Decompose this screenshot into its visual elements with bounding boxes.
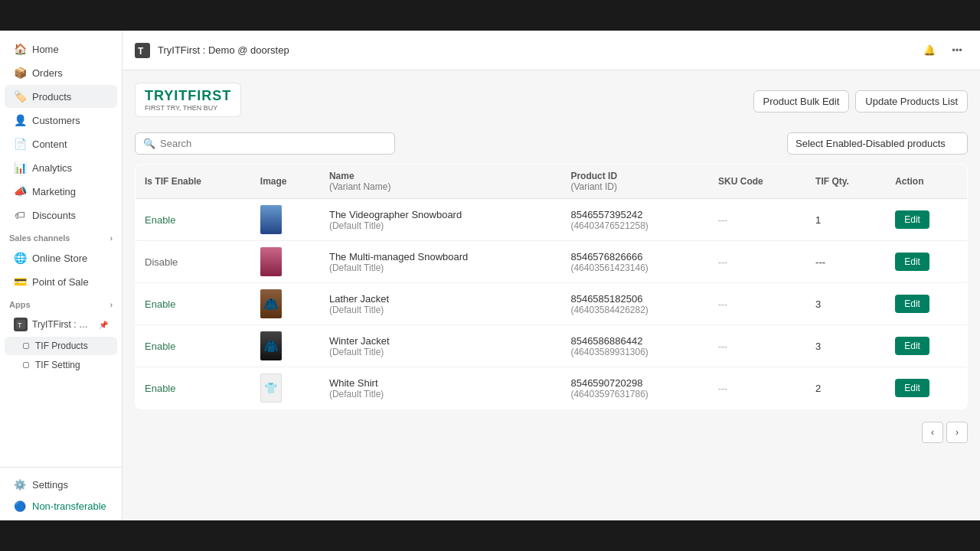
- sub-item-dot: [23, 343, 29, 349]
- main-content: T TryITFirst : Demo @ doorstep 🔔 •••: [122, 31, 980, 520]
- tif-qty-value: 1: [815, 214, 821, 226]
- svg-text:T: T: [18, 321, 22, 329]
- cell-sku: ---: [709, 283, 806, 325]
- sidebar-item-content[interactable]: 📄 Content: [5, 132, 117, 155]
- sidebar-sub-item-tif-products[interactable]: TIF Products: [5, 337, 117, 355]
- cell-name: The Multi-managed Snowboard (Default Tit…: [320, 241, 561, 283]
- product-name: The Multi-managed Snowboard: [329, 251, 552, 262]
- tif-qty-value: 3: [815, 298, 821, 310]
- sidebar-item-online-store[interactable]: 🌐 Online Store: [5, 246, 117, 269]
- sidebar-item-point-of-sale[interactable]: 💳 Point of Sale: [5, 270, 117, 293]
- sidebar-item-orders[interactable]: 📦 Orders: [5, 61, 117, 84]
- search-input[interactable]: [160, 138, 387, 149]
- cell-image: 🧥: [251, 283, 320, 325]
- update-products-list-button[interactable]: Update Products List: [855, 90, 968, 112]
- sidebar-item-marketing[interactable]: 📣 Marketing: [5, 180, 117, 203]
- cell-tif-qty: 1: [806, 199, 886, 241]
- next-page-button[interactable]: ›: [946, 422, 968, 443]
- col-name: Name(Variant Name): [320, 165, 561, 199]
- prev-page-button[interactable]: ‹: [922, 422, 943, 443]
- edit-button[interactable]: Edit: [895, 379, 929, 397]
- status-badge: Enable: [145, 341, 175, 352]
- sales-channels-section: Sales channels ›: [0, 227, 122, 246]
- cell-image: [251, 199, 320, 241]
- cell-name: White Shirt (Default Title): [320, 367, 561, 409]
- edit-button[interactable]: Edit: [895, 253, 929, 271]
- header-left: T TryITFirst : Demo @ doorstep: [135, 43, 289, 58]
- status-badge: Enable: [145, 383, 175, 394]
- sidebar-settings[interactable]: ⚙️ Settings: [5, 474, 117, 495]
- header-right: 🔔 •••: [919, 40, 968, 61]
- edit-button[interactable]: Edit: [895, 210, 929, 229]
- app-icon: T: [14, 318, 28, 331]
- col-action: Action: [886, 165, 967, 199]
- cell-sku: ---: [709, 367, 806, 409]
- variant-id: (46403584426282): [570, 305, 700, 315]
- logo-text-sub: FIRST TRY, THEN BUY: [145, 104, 231, 112]
- sidebar-item-discounts[interactable]: 🏷 Discounts: [5, 204, 117, 227]
- logo-area: TRYITFIRST FIRST TRY, THEN BUY: [135, 83, 241, 117]
- logo: TRYITFIRST FIRST TRY, THEN BUY: [145, 88, 231, 112]
- sidebar-item-label: Marketing: [32, 186, 76, 197]
- apps-expand-icon: ›: [110, 301, 113, 309]
- marketing-icon: 📣: [14, 185, 26, 197]
- sidebar-item-products[interactable]: 🏷️ Products: [5, 85, 117, 108]
- sidebar-item-home[interactable]: 🏠 Home: [5, 37, 117, 60]
- cell-product-id: 8546585182506 (46403584426282): [561, 283, 709, 325]
- sku-value: ---: [718, 341, 727, 352]
- col-product-id: Product ID(Variant ID): [561, 165, 709, 199]
- content-header: T TryITFirst : Demo @ doorstep 🔔 •••: [122, 31, 980, 70]
- product-id: 8546590720298: [570, 377, 700, 389]
- col-sku-code: SKU Code: [709, 165, 806, 199]
- non-transferable-label: Non-transferable: [32, 500, 106, 512]
- bell-icon-btn[interactable]: 🔔: [919, 40, 940, 61]
- product-bulk-edit-button[interactable]: Product Bulk Edit: [753, 90, 850, 112]
- col-is-tif-enable: Is TIF Enable: [136, 165, 251, 199]
- table-row: Enable 👕 White Shirt (Default Title) 854…: [136, 367, 968, 409]
- app-item-label: TryITFirst : Demo @ d...: [32, 319, 94, 330]
- cell-sku: ---: [709, 241, 806, 283]
- sidebar-item-label: Orders: [32, 67, 63, 79]
- app-pin-icon: 📌: [99, 321, 108, 329]
- cell-action: Edit: [886, 325, 967, 367]
- sidebar-non-transferable[interactable]: 🔵 Non-transferable: [5, 496, 117, 517]
- logo-text-main: TRYITFIRST: [145, 88, 231, 104]
- search-box[interactable]: 🔍: [135, 132, 395, 155]
- sidebar: 🏠 Home 📦 Orders 🏷️ Products 👤 Customers …: [0, 31, 122, 520]
- top-bar: [0, 0, 980, 31]
- sku-value: ---: [718, 215, 727, 226]
- table-row: Disable The Multi-managed Snowboard (Def…: [136, 241, 968, 283]
- product-name: Winter Jacket: [329, 335, 552, 347]
- app-tryitfirst[interactable]: T TryITFirst : Demo @ d... 📌: [5, 313, 117, 336]
- edit-button[interactable]: Edit: [895, 295, 929, 313]
- sidebar-item-customers[interactable]: 👤 Customers: [5, 109, 117, 132]
- sidebar-item-label: Point of Sale: [32, 276, 89, 288]
- col-tif-qty: TIF Qty.: [806, 165, 886, 199]
- svg-text:T: T: [138, 46, 144, 57]
- cell-tif-qty: 2: [806, 367, 886, 409]
- variant-name: (Default Title): [329, 305, 552, 315]
- cell-action: Edit: [886, 367, 967, 409]
- filter-dropdown[interactable]: Select Enabled-Disabled products Enable …: [787, 132, 968, 155]
- cell-status: Enable: [136, 199, 251, 241]
- settings-icon: ⚙️: [14, 479, 26, 491]
- sidebar-sub-item-tif-setting[interactable]: TIF Setting: [5, 356, 117, 374]
- variant-id: (46403476521258): [570, 220, 700, 231]
- sidebar-item-analytics[interactable]: 📊 Analytics: [5, 156, 117, 179]
- cell-sku: ---: [709, 199, 806, 241]
- search-filter-row: 🔍 Select Enabled-Disabled products Enabl…: [135, 132, 968, 155]
- more-icon-btn[interactable]: •••: [946, 40, 968, 61]
- sidebar-item-label: Home: [32, 44, 59, 55]
- cell-status: Enable: [136, 367, 251, 409]
- point-of-sale-icon: 💳: [14, 276, 26, 288]
- sub-item-dot2: [23, 362, 29, 368]
- edit-button[interactable]: Edit: [895, 337, 929, 355]
- sidebar-sub-item-label: TIF Products: [35, 341, 88, 351]
- cell-image: 🧥: [251, 325, 320, 367]
- variant-name: (Default Title): [329, 389, 552, 399]
- cell-status: Enable: [136, 283, 251, 325]
- variant-id: (46403597631786): [570, 389, 700, 399]
- sidebar-item-label: Content: [32, 139, 67, 150]
- sidebar-item-label: Online Store: [32, 253, 87, 264]
- cell-tif-qty: ---: [806, 241, 886, 283]
